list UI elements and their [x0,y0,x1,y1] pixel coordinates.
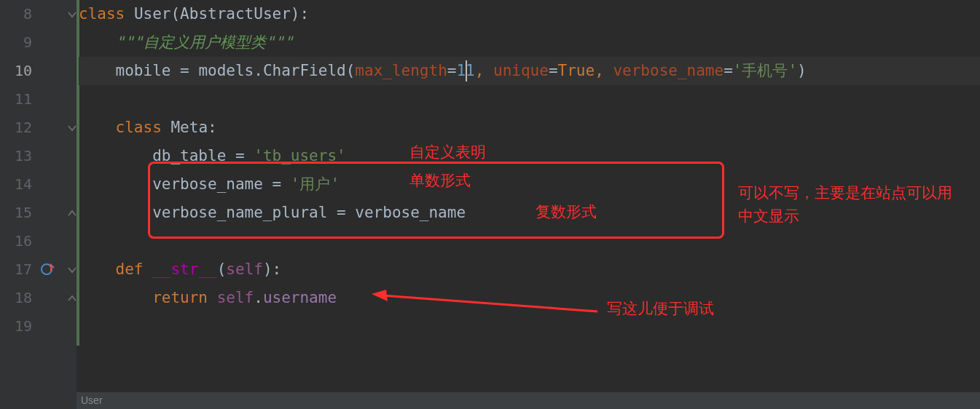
override-method-icon[interactable] [41,262,55,277]
code-line[interactable]: class User(AbstractUser): [79,0,980,28]
svg-marker-2 [372,290,388,301]
text-caret [466,60,467,82]
line-number: 12 [0,114,32,142]
code-line[interactable]: """自定义用户模型类""" [79,28,980,57]
line-number: 9 [0,28,32,57]
annotation-text: 写这儿便于调试 [607,298,714,319]
fold-end-icon[interactable] [68,294,77,303]
breadcrumb-item[interactable]: User [81,394,103,406]
annotation-text: 自定义表明 [409,142,486,162]
line-number: 11 [0,85,32,114]
annotation-text: 可以不写，主要是在站点可以用中文显示 [738,181,957,228]
line-number: 13 [0,142,32,170]
line-number-current: 10 [0,57,32,85]
fold-end-icon[interactable] [68,209,77,218]
line-number: 15 [0,199,32,227]
highlight-box [148,162,724,239]
line-number: 17 [0,255,32,284]
line-number: 14 [0,170,32,199]
code-line[interactable]: mobile = models.CharField(max_length=11,… [79,57,980,85]
fold-toggle-icon[interactable] [68,266,77,274]
fold-toggle-icon[interactable] [68,10,77,19]
line-number: 8 [0,0,32,28]
code-line[interactable]: class Meta: [79,114,980,142]
fold-toggle-icon[interactable] [68,124,77,132]
line-number: 16 [0,227,32,255]
line-number: 18 [0,284,32,312]
marker-column [36,0,77,409]
code-editor[interactable]: 8 9 10 11 12 13 14 15 16 17 18 19 class … [0,0,980,409]
line-number: 19 [0,312,32,341]
breadcrumb[interactable]: User [77,392,980,409]
code-line[interactable]: def __str__(self): [79,255,980,284]
svg-line-1 [383,295,597,311]
arrow-icon [372,290,605,322]
svg-point-0 [42,264,52,274]
